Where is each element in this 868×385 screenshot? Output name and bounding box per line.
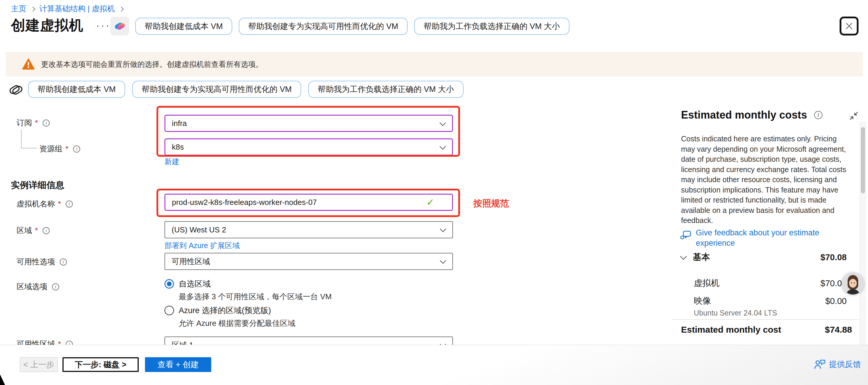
info-icon[interactable]: i xyxy=(42,227,50,234)
required-mark: * xyxy=(65,144,68,154)
radio-unselected-icon[interactable] xyxy=(164,306,174,315)
page-title: 创建虚拟机 xyxy=(11,16,84,35)
cost-item-row: 映像 $0.00 xyxy=(694,295,847,307)
assistant-avatar[interactable] xyxy=(842,272,864,294)
tree-connector xyxy=(21,148,37,149)
estimate-feedback-link[interactable]: Give feedback about your estimate experi… xyxy=(680,228,840,248)
required-mark: * xyxy=(35,118,38,127)
vm-name-label: 虚拟机名称 * i xyxy=(17,199,73,209)
cost-panel-description: Costs indicated here are estimates only.… xyxy=(681,134,848,226)
valid-check-icon: ✓ xyxy=(426,197,434,208)
suggest-high-availability-vm-button[interactable]: 帮助我创建专为实现高可用性而优化的 VM xyxy=(239,18,408,35)
suggest-low-cost-vm-button[interactable]: 帮助我创建低成本 VM xyxy=(135,18,232,35)
radio-self-selected-zones[interactable]: 自选区域 xyxy=(164,279,211,289)
vm-name-input[interactable]: prod-usw2-k8s-freeleaps-worker-nodes-07 … xyxy=(164,194,453,211)
scrollbar-thumb[interactable] xyxy=(861,127,865,193)
warning-icon xyxy=(22,59,35,70)
info-icon[interactable]: i xyxy=(814,111,823,119)
breadcrumb-virtual-machines[interactable]: 计算基础结构 | 虚拟机 xyxy=(39,4,115,14)
create-new-resource-group-link[interactable]: 新建 xyxy=(164,157,179,166)
suggest-low-cost-vm-button-2[interactable]: 帮助我创建低成本 VM xyxy=(28,81,125,98)
resource-group-value: k8s xyxy=(172,142,184,152)
deploy-extended-zone-link[interactable]: 部署到 Azure 扩展区域 xyxy=(164,241,240,251)
warning-banner: 更改基本选项可能会重置所做的选择。创建虚拟机前查看所有选项。 xyxy=(6,52,863,76)
person-feedback-icon xyxy=(814,359,826,369)
previous-button[interactable]: < 上一步 xyxy=(20,357,58,372)
cost-item-row: 虚拟机 $70.08 xyxy=(694,277,847,289)
suggest-high-availability-vm-button-2[interactable]: 帮助我创建专为实现高可用性而优化的 VM xyxy=(132,81,301,98)
info-icon[interactable]: i xyxy=(60,258,67,265)
vm-name-value: prod-usw2-k8s-freeleaps-worker-nodes-07 xyxy=(172,198,317,207)
required-mark: * xyxy=(35,226,38,235)
tree-connector xyxy=(21,130,22,149)
required-mark: * xyxy=(58,199,61,208)
radio-self-selected-zones-desc: 最多选择 3 个可用性区域，每个区域一台 VM xyxy=(179,292,332,302)
annotation-note: 按照规范 xyxy=(473,197,509,210)
availability-options-label: 可用性选项 i xyxy=(17,257,67,267)
chevron-down-icon xyxy=(440,143,446,150)
cost-group-value: $70.08 xyxy=(820,253,847,262)
collapse-panel-icon[interactable] xyxy=(848,110,859,121)
copilot-button[interactable] xyxy=(110,17,129,35)
chevron-right-icon xyxy=(119,6,124,11)
chevron-down-icon[interactable] xyxy=(680,253,687,260)
cost-item-name: 映像 xyxy=(694,295,711,307)
review-create-button[interactable]: 查看 + 创建 xyxy=(145,357,211,372)
chevron-down-icon xyxy=(440,120,446,126)
copilot-outline-icon xyxy=(8,82,24,98)
zone-options-label: 区域选项 i xyxy=(17,282,59,292)
header-copilot-suggestions: 帮助我创建低成本 VM 帮助我创建专为实现高可用性而优化的 VM 帮助我为工作负… xyxy=(135,18,569,35)
info-icon[interactable]: i xyxy=(73,146,80,153)
instance-details-heading: 实例详细信息 xyxy=(11,179,64,191)
region-value: (US) West US 2 xyxy=(172,225,226,234)
create-vm-page: 主页 计算基础结构 | 虚拟机 创建虚拟机 ··· 帮助我创建低成本 VM 帮助… xyxy=(0,0,868,385)
next-disks-button[interactable]: 下一步: 磁盘 > xyxy=(62,357,139,372)
total-label: Estimated monthly cost xyxy=(681,325,781,335)
info-icon[interactable]: i xyxy=(42,120,50,127)
cost-group-row[interactable]: 基本 $70.08 xyxy=(681,251,847,263)
more-options-button[interactable]: ··· xyxy=(96,20,111,31)
radio-azure-selected-zones-desc: 允许 Azure 根据需要分配最佳区域 xyxy=(179,318,295,328)
breadcrumb-home[interactable]: 主页 xyxy=(11,4,26,14)
cost-group-name: 基本 xyxy=(693,251,710,263)
region-dropdown[interactable]: (US) West US 2 xyxy=(164,221,453,238)
subscription-dropdown[interactable]: infra xyxy=(164,115,453,132)
cost-item-name: 虚拟机 xyxy=(694,277,719,289)
feedback-bubbles-icon xyxy=(680,229,692,241)
availability-options-value: 可用性区域 xyxy=(172,256,210,267)
subscription-value: infra xyxy=(172,119,187,128)
chevron-right-icon xyxy=(30,6,35,11)
cost-item-subtitle: Ubuntu Server 24.04 LTS xyxy=(694,309,777,317)
resource-group-dropdown[interactable]: k8s xyxy=(164,138,453,156)
availability-options-dropdown[interactable]: 可用性区域 xyxy=(164,253,453,270)
radio-azure-selected-zones[interactable]: Azure 选择的区域(预览版) xyxy=(164,305,271,316)
suggest-right-vm-size-button-2[interactable]: 帮助我为工作负载选择正确的 VM 大小 xyxy=(308,81,464,98)
chevron-down-icon xyxy=(440,258,446,264)
cost-item-value: $0.00 xyxy=(825,296,847,306)
info-icon[interactable]: i xyxy=(52,283,59,290)
resource-group-label: 资源组 * i xyxy=(39,144,80,154)
cost-panel-title: Estimated monthly costs i xyxy=(681,109,823,121)
info-icon[interactable]: i xyxy=(66,200,73,207)
total-value: $74.88 xyxy=(825,325,852,335)
close-icon xyxy=(844,21,854,31)
give-feedback-link[interactable]: 提供反馈 xyxy=(814,359,861,370)
estimated-monthly-cost-row: Estimated monthly cost $74.88 xyxy=(681,325,852,335)
inline-copilot-suggestions: 帮助我创建低成本 VM 帮助我创建专为实现高可用性而优化的 VM 帮助我为工作负… xyxy=(28,81,464,98)
warning-text: 更改基本选项可能会重置所做的选择。创建虚拟机前查看所有选项。 xyxy=(41,59,263,69)
divider xyxy=(672,319,860,320)
copilot-icon xyxy=(113,20,126,33)
breadcrumb: 主页 计算基础结构 | 虚拟机 xyxy=(11,4,123,14)
chevron-down-icon xyxy=(440,226,446,232)
close-button[interactable] xyxy=(840,17,859,35)
suggest-right-vm-size-button[interactable]: 帮助我为工作负载选择正确的 VM 大小 xyxy=(414,18,569,35)
avatar-face xyxy=(842,272,864,294)
radio-selected-icon[interactable] xyxy=(164,279,174,289)
subscription-label: 订阅 * i xyxy=(17,118,50,128)
region-label: 区域 * i xyxy=(17,225,50,236)
